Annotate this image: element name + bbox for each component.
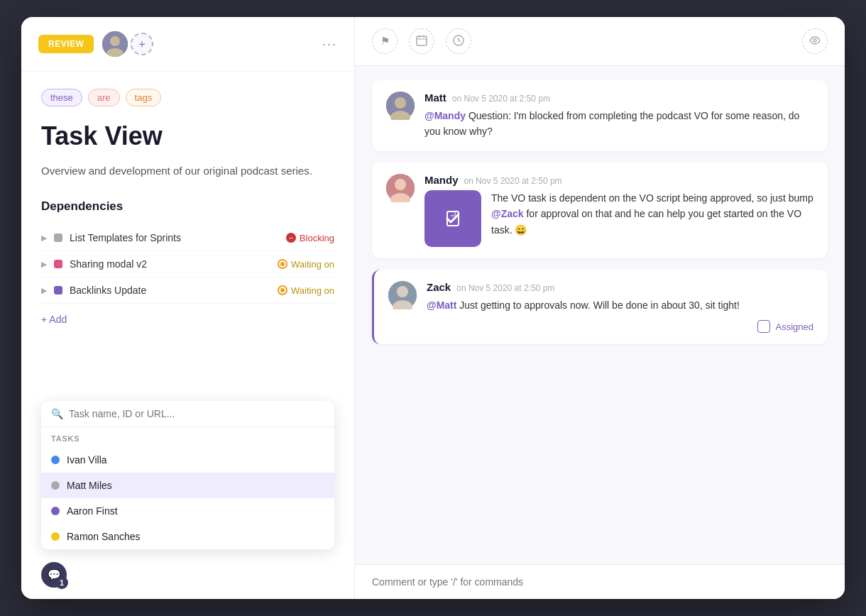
chevron-icon: ▶ (41, 286, 47, 295)
svg-point-10 (813, 39, 816, 42)
dep-name: List Templates for Sprints (70, 232, 279, 243)
task-dot-purple (51, 507, 60, 515)
clock-button[interactable] (446, 28, 471, 54)
clock-icon (453, 35, 464, 48)
tag-tags[interactable]: tags (126, 89, 162, 106)
right-panel: ⚑ (355, 17, 845, 599)
matt-chat-body: Matt on Nov 5 2020 at 2:50 pm @Mandy Que… (424, 92, 813, 140)
tag-are[interactable]: are (88, 89, 120, 106)
assigned-checkbox[interactable] (757, 320, 770, 333)
dependency-item-1: ▶ List Templates for Sprints Blocking (41, 225, 334, 251)
mandy-content: The VO task is dependent on the VO scrip… (424, 190, 813, 247)
matt-header-row: Matt on Nov 5 2020 at 2:50 pm (424, 92, 813, 104)
mandy-header-row: Mandy on Nov 5 2020 at 2:50 pm (424, 174, 813, 186)
zack-message-text: @Matt Just getting to approvals now. Wil… (427, 297, 813, 313)
zack-avatar (388, 281, 417, 309)
svg-point-12 (395, 97, 406, 109)
left-panel: REVIEW ＋ ··· these (21, 17, 355, 599)
task-list-item-ramon[interactable]: Ramon Sanches (41, 524, 334, 549)
block-icon (286, 233, 296, 243)
mention-matt: @Matt (427, 299, 456, 311)
matt-time: on Nov 5 2020 at 2:50 pm (452, 94, 550, 104)
task-description: Overview and development of our original… (41, 163, 334, 180)
assigned-label: Assigned (776, 321, 813, 332)
svg-point-18 (397, 286, 408, 297)
notification-count: 1 (55, 576, 68, 589)
zack-header-row: Zack on Nov 5 2020 at 2:50 pm (427, 281, 813, 293)
main-layout: REVIEW ＋ ··· these (21, 17, 845, 599)
mandy-time: on Nov 5 2020 at 2:50 pm (464, 176, 562, 186)
dep-status: Blocking (286, 233, 334, 243)
mandy-name: Mandy (424, 174, 459, 186)
search-icon: 🔍 (51, 408, 63, 419)
assigned-row: Assigned (427, 320, 813, 333)
left-content: these are tags Task View Overview and de… (21, 72, 354, 394)
task-search-dropdown: 🔍 TASKS Ivan Villa Matt Miles Aaron Fins… (41, 401, 334, 549)
mandy-chat-body: Mandy on Nov 5 2020 at 2:50 pm (424, 174, 813, 247)
comment-input[interactable] (372, 576, 828, 588)
wait-icon (278, 285, 287, 295)
task-search-input[interactable] (69, 408, 324, 419)
dep-status: Waiting on (278, 285, 334, 296)
matt-name: Matt (424, 92, 446, 104)
calendar-icon (416, 35, 427, 48)
review-badge: REVIEW (38, 35, 94, 53)
dep-name: Backlinks Update (70, 285, 270, 296)
attachment-thumbnail[interactable] (424, 190, 481, 247)
matt-message-text: @Mandy Question: I'm blocked from comple… (424, 108, 813, 140)
left-header: REVIEW ＋ ··· (21, 17, 354, 72)
eye-icon (809, 35, 821, 48)
task-dot-blue (51, 456, 60, 464)
tags-row: these are tags (41, 89, 334, 106)
dependencies-heading: Dependencies (41, 199, 334, 214)
dep-status-dot (54, 260, 62, 268)
flag-icon: ⚑ (380, 35, 390, 48)
chevron-icon: ▶ (41, 260, 47, 269)
app-window: REVIEW ＋ ··· these (21, 17, 845, 599)
avatar-group: ＋ (102, 31, 153, 57)
svg-point-15 (395, 179, 406, 190)
task-list-item-ivan[interactable]: Ivan Villa (41, 447, 334, 473)
task-dot-yellow (51, 532, 60, 541)
svg-line-9 (459, 40, 461, 42)
tasks-section-label: TASKS (41, 427, 334, 447)
add-member-button[interactable]: ＋ (131, 33, 153, 55)
task-title: Task View (41, 121, 334, 151)
left-bottom-bar: 💬 1 (21, 556, 354, 599)
more-options-button[interactable]: ··· (322, 37, 337, 52)
mandy-message-text: The VO task is dependent on the VO scrip… (491, 190, 813, 238)
tag-these[interactable]: these (41, 89, 82, 106)
add-dependency-button[interactable]: + Add (41, 314, 67, 325)
mention-zack: @Zack (491, 208, 524, 219)
flag-button[interactable]: ⚑ (372, 28, 398, 54)
notification-wrap: 💬 1 (41, 562, 67, 588)
svg-point-1 (110, 36, 120, 46)
matt-avatar (386, 92, 415, 120)
zack-name: Zack (427, 281, 451, 293)
chevron-icon: ▶ (41, 233, 47, 243)
eye-button[interactable] (802, 28, 828, 54)
dependency-item-2: ▶ Sharing modal v2 Waiting on (41, 251, 334, 277)
dep-status: Waiting on (278, 259, 334, 270)
dependency-item-3: ▶ Backlinks Update Waiting on (41, 277, 334, 304)
task-dot-gray (51, 481, 60, 490)
chat-message-zack: Zack on Nov 5 2020 at 2:50 pm @Matt Just… (372, 270, 828, 344)
zack-time: on Nov 5 2020 at 2:50 pm (456, 283, 554, 293)
chat-area: Matt on Nov 5 2020 at 2:50 pm @Mandy Que… (355, 66, 845, 564)
dep-status-dot (54, 233, 62, 242)
task-list-item-matt[interactable]: Matt Miles (41, 473, 334, 498)
dep-name: Sharing modal v2 (70, 258, 270, 270)
chat-message-matt: Matt on Nov 5 2020 at 2:50 pm @Mandy Que… (372, 80, 828, 151)
comment-input-area (355, 564, 845, 599)
mandy-avatar (386, 174, 415, 202)
right-header: ⚑ (355, 17, 845, 66)
chat-message-mandy: Mandy on Nov 5 2020 at 2:50 pm (372, 163, 828, 258)
svg-rect-3 (417, 36, 427, 45)
search-input-row: 🔍 (41, 401, 334, 427)
task-list-item-aaron[interactable]: Aaron Finst (41, 498, 334, 524)
calendar-button[interactable] (409, 28, 434, 54)
user-avatar (102, 31, 128, 57)
wait-icon (278, 259, 287, 269)
zack-chat-body: Zack on Nov 5 2020 at 2:50 pm @Matt Just… (427, 281, 813, 333)
dep-status-dot (54, 286, 62, 295)
